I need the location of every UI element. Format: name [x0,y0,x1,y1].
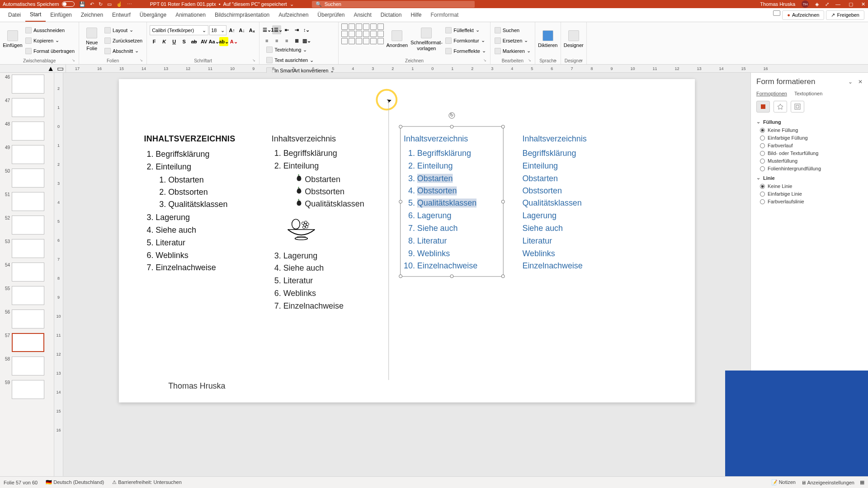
fill-option[interactable]: Farbverlauf [760,143,863,148]
qat-more-icon[interactable]: ⋯ [127,1,132,7]
chevron-down-icon[interactable]: ⌄ [290,1,294,7]
maximize-icon[interactable]: ▢ [849,1,853,7]
resize-handle[interactable] [450,125,453,128]
tab-aufzeichnen[interactable]: Aufzeichnen [274,8,313,22]
font-name-select[interactable]: Calibri (Textkörper)⌄ [150,25,208,35]
underline-icon[interactable]: U [170,37,179,46]
tab-ueberpruefen[interactable]: Überprüfen [313,8,349,22]
paste-button[interactable]: Einfügen [3,23,23,55]
increase-font-icon[interactable]: A↑ [227,26,236,35]
toc-column-1[interactable]: INHALTSVERZEICHNIS Begriffsklärung Einte… [144,133,265,274]
section-fuellung[interactable]: Füllung [756,119,863,125]
new-slide-button[interactable]: Neue Folie [82,23,102,55]
rotation-handle[interactable] [448,113,455,119]
columns-icon[interactable]: ▥⌄ [302,36,311,45]
tab-entwurf[interactable]: Entwurf [108,8,135,22]
line-option[interactable]: Keine Linie [760,183,863,189]
tab-animationen[interactable]: Animationen [171,8,210,22]
tab-formformat[interactable]: Formformat [426,8,463,22]
tab-bildschirm[interactable]: Bildschirmpräsentation [210,8,274,22]
toggle-icon[interactable] [62,1,75,7]
tab-hilfe[interactable]: Hilfe [406,8,426,22]
thumbnail-49[interactable]: 49 [3,145,51,164]
tab-uebergaenge[interactable]: Übergänge [135,8,171,22]
thumbnail-55[interactable]: 55 [3,286,51,305]
document-title[interactable]: PPT 01 Roter Faden 001.pptx • Auf "diese… [150,1,294,7]
toc-column-3[interactable]: Inhaltsverzeichnis Begriffsklärung Einte… [404,133,504,272]
italic-icon[interactable]: K [160,37,169,46]
toc-column-2[interactable]: Inhaltsverzeichnis Begriffsklärung Einte… [272,133,388,312]
thumbnail-53[interactable]: 53 [3,239,51,258]
thumbnail-57[interactable]: 57 [3,333,51,352]
line-option[interactable]: Einfarbige Linie [760,191,863,197]
tab-dictation[interactable]: Dictation [376,8,406,22]
resize-handle[interactable] [399,200,402,203]
resize-handle[interactable] [450,274,453,278]
select-button[interactable]: Markieren ⌄ [493,47,532,56]
fill-button[interactable]: Fülleffekt ⌄ [444,26,487,35]
language-indicator[interactable]: 🇩🇪 Deutsch (Deutschland) [46,479,104,485]
tab-zeichnen[interactable]: Zeichnen [76,8,108,22]
line-spacing-icon[interactable]: ↕⌄ [302,25,311,34]
section-linie[interactable]: Linie [756,175,863,181]
text-align-button[interactable]: Text ausrichten ⌄ [265,56,335,65]
fill-option[interactable]: Musterfüllung [760,158,863,164]
slide-thumbnails[interactable]: 4647484950515253545556575859 [0,73,54,476]
indent-dec-icon[interactable]: ⇤ [282,25,291,34]
fill-option[interactable]: Bild- oder Texturfüllung [760,150,863,156]
quickstyles-button[interactable]: Schnellformat- vorlagen [410,23,443,55]
display-settings-button[interactable]: 🖥 Anzeigeeinstellungen [801,480,854,485]
thumbnail-51[interactable]: 51 [3,192,51,211]
numbering-icon[interactable]: 1☰⌄ [272,25,281,34]
comments-icon[interactable] [773,10,780,16]
coming-soon-icon[interactable]: ◈ [815,1,819,7]
cut-button[interactable]: Ausschneiden [24,26,76,35]
thumbnail-47[interactable]: 47 [3,98,51,117]
format-painter-button[interactable]: Format übertragen [24,47,76,56]
resize-handle[interactable] [501,274,505,278]
slide-canvas[interactable]: ➤ INHALTSVERZEICHNIS Begriffsklärung Ein… [119,79,695,403]
reset-button[interactable]: Zurücksetzen [103,36,144,45]
indent-inc-icon[interactable]: ⇥ [292,25,301,34]
layout-button[interactable]: Layout ⌄ [103,26,144,35]
pane-close-icon[interactable]: ✕ [858,79,863,85]
effects-tab-icon[interactable] [774,101,787,113]
font-color-icon[interactable]: A⌄ [229,37,238,46]
thumbnail-59[interactable]: 59 [3,380,51,399]
autosave-toggle[interactable]: Automatisches Speichern [3,1,75,7]
resize-handle[interactable] [501,125,505,128]
freigeben-button[interactable]: ↗Freigeben [826,10,864,20]
align-right-icon[interactable]: ≡ [282,36,291,45]
bold-icon[interactable]: F [150,37,159,46]
user-name[interactable]: Thomas Hruska [760,1,795,7]
ruler-vertical[interactable]: 21012345678910111213141516 [54,73,63,476]
touch-icon[interactable]: ☝ [116,1,123,7]
thumbnail-58[interactable]: 58 [3,357,51,375]
shapes-gallery[interactable] [341,23,384,57]
notes-button[interactable]: 📝 Notizen [771,479,796,485]
text-direction-button[interactable]: Textrichtung ⌄ [265,45,335,54]
aufzeichnen-button[interactable]: ●Aufzeichnen [782,10,824,20]
size-tab-icon[interactable] [791,101,804,113]
effects-button[interactable]: Formeffekte ⌄ [444,47,487,56]
line-option[interactable]: Farbverlaufslinie [760,199,863,204]
shadow-icon[interactable]: S [179,37,189,46]
case-icon[interactable]: Aa⌄ [209,37,218,46]
present-icon[interactable]: ▭ [107,1,112,7]
font-size-select[interactable]: 18⌄ [209,25,226,35]
thumbnail-46[interactable]: 46 [3,75,51,94]
arrange-button[interactable]: Anordnen [385,23,409,55]
toc-column-4[interactable]: Inhaltsverzeichnis Begriffsklärung Einte… [522,133,617,272]
find-button[interactable]: Suchen [493,26,532,35]
align-left-icon[interactable]: ≡ [262,36,271,45]
pane-tab-text[interactable]: Textoptionen [794,91,822,96]
spacing-icon[interactable]: AV [199,37,208,46]
designer-button[interactable]: Designer [564,23,584,55]
tab-start[interactable]: Start [25,8,46,22]
pane-options-icon[interactable]: ⌄ [848,79,853,85]
replace-button[interactable]: Ersetzen ⌄ [493,36,532,45]
thumbnail-50[interactable]: 50 [3,169,51,188]
thumbnail-54[interactable]: 54 [3,263,51,282]
thumbnail-52[interactable]: 52 [3,216,51,235]
close-icon[interactable]: ✕ [861,1,865,7]
